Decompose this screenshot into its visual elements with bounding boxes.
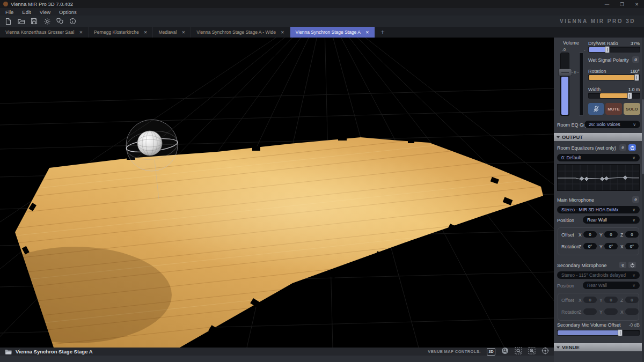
- dry-wet-fill: [589, 47, 607, 52]
- power-icon: [630, 145, 635, 150]
- offset-z-field[interactable]: 0: [625, 297, 639, 303]
- instrument-icon-button[interactable]: [588, 103, 604, 115]
- main-mic-edit-button[interactable]: e: [632, 196, 639, 203]
- dry-wet-slider[interactable]: [588, 47, 640, 53]
- dry-wet-handle[interactable]: [605, 46, 610, 53]
- dry-wet-value: 37%: [618, 41, 640, 46]
- axis-label: Y: [599, 309, 603, 315]
- width-handle[interactable]: [627, 92, 632, 99]
- close-icon[interactable]: ✕: [635, 2, 639, 7]
- main-mic-position-value: Rear Wall: [587, 217, 607, 223]
- room-eq-grp-dropdown[interactable]: 26: Solo Voices ∨: [584, 121, 640, 128]
- tab-close-icon[interactable]: ✕: [365, 30, 369, 35]
- chevron-down-icon: ∨: [632, 208, 635, 212]
- instrument-panel: Volume -0 - - 0 - Dry/Wet Ratio 37% Wet …: [554, 38, 644, 362]
- minimize-icon[interactable]: —: [605, 2, 610, 7]
- rotation-slider[interactable]: [588, 75, 640, 80]
- venue-section-header[interactable]: VENUE: [554, 343, 644, 351]
- width-fill: [600, 93, 630, 98]
- menu-edit[interactable]: Edit: [22, 9, 31, 15]
- tab-close-icon[interactable]: ✕: [281, 30, 284, 35]
- add-tab-button[interactable]: +: [375, 27, 391, 38]
- stage-floor[interactable]: [0, 108, 554, 348]
- rotation-x-field[interactable]: 0°: [625, 243, 639, 249]
- rotation-handle[interactable]: [634, 74, 639, 81]
- secondary-mic-position-dropdown[interactable]: Rear Wall ∨: [583, 282, 640, 289]
- secondary-mic-mix-value: Stereo - 115° Cardioids delayed: [561, 272, 626, 278]
- menu-view[interactable]: View: [40, 9, 50, 15]
- eq-graph[interactable]: [557, 164, 640, 191]
- new-project-icon[interactable]: [4, 17, 12, 25]
- main-mic-position-label: Position: [557, 218, 574, 223]
- status-bar: Vienna Synchron Stage Stage A VENUE MAP …: [0, 348, 554, 356]
- tab-close-icon[interactable]: ✕: [181, 30, 185, 35]
- tab-synchron-stage-active[interactable]: Vienna Synchron Stage Stage A ✕: [290, 27, 375, 38]
- compass-icon[interactable]: [541, 347, 549, 357]
- solo-button[interactable]: SOLO: [624, 103, 640, 115]
- main-mic-position-dropdown[interactable]: Rear Wall ∨: [583, 216, 640, 224]
- view-3d-toggle-button[interactable]: 3D: [487, 348, 495, 356]
- masks-icon[interactable]: [56, 17, 64, 25]
- menu-options[interactable]: Options: [59, 9, 77, 15]
- settings-gear-icon[interactable]: [43, 17, 51, 25]
- rotation-z-field[interactable]: [583, 308, 597, 315]
- info-icon[interactable]: [69, 17, 77, 25]
- maximize-icon[interactable]: ❐: [620, 2, 624, 7]
- tab-close-icon[interactable]: ✕: [144, 30, 148, 35]
- zoom-reset-icon[interactable]: [501, 347, 509, 357]
- eq-edit-button[interactable]: e: [619, 144, 626, 151]
- secondary-mic-edit-button[interactable]: e: [619, 262, 626, 268]
- offset-x-field[interactable]: 0: [583, 297, 597, 303]
- panel-scrollbar[interactable]: [642, 38, 644, 362]
- dry-wet-label: Dry/Wet Ratio: [588, 41, 618, 46]
- secondary-mic-volume-slider[interactable]: [557, 330, 640, 336]
- tab-pernegg-klosterkirche[interactable]: Pernegg Klosterkirche ✕: [89, 27, 153, 38]
- folder-icon[interactable]: [5, 347, 12, 357]
- eq-power-button[interactable]: [628, 144, 636, 151]
- rotation-y-field[interactable]: [604, 308, 618, 315]
- tab-label: Pernegg Klosterkirche: [94, 29, 139, 35]
- menu-file[interactable]: File: [5, 9, 13, 15]
- eq-preset-dropdown[interactable]: 0: Default ∨: [557, 154, 640, 161]
- output-header-label: OUTPUT: [562, 134, 583, 140]
- save-icon[interactable]: [30, 17, 38, 25]
- panel-scrollbar-thumb[interactable]: [642, 99, 644, 174]
- tab-vienna-konzerthaus[interactable]: Vienna Konzerthaus Grosser Saal ✕: [0, 27, 89, 38]
- width-slider[interactable]: [588, 93, 640, 99]
- rotation-fill: [589, 75, 635, 80]
- tab-mediaval[interactable]: Mediaval ✕: [153, 27, 191, 38]
- secondary-mic-power-button[interactable]: [628, 262, 636, 268]
- eq-preset-value: 0: Default: [561, 155, 581, 160]
- secondary-mic-volume-handle[interactable]: [618, 329, 623, 336]
- axis-label: Z: [579, 244, 581, 249]
- volume-slider[interactable]: [560, 53, 569, 116]
- microphone-icon: [592, 105, 600, 113]
- output-section-header[interactable]: OUTPUT: [554, 133, 644, 141]
- axis-label: Y: [599, 244, 603, 249]
- offset-y-field[interactable]: 0: [604, 297, 618, 303]
- secondary-mic-mix-dropdown[interactable]: Stereo - 115° Cardioids delayed ∨: [557, 271, 640, 279]
- secondary-mic-volume-offset-label: Secondary Mic Volume Offset: [557, 322, 620, 328]
- volume-slider-handle[interactable]: [558, 69, 572, 76]
- open-project-icon[interactable]: [17, 17, 25, 25]
- main-mic-label: Main Microphone: [557, 197, 594, 203]
- rotation-x-field[interactable]: [625, 308, 639, 315]
- main-mic-mix-dropdown[interactable]: Stereo - MIR 3D HOA DnMx ∨: [557, 206, 640, 213]
- mute-button[interactable]: MUTE: [605, 103, 622, 115]
- tab-synchron-stage-wide[interactable]: Vienna Synchron Stage Stage A - Wide ✕: [191, 27, 290, 38]
- axis-label: Z: [620, 298, 623, 303]
- title-bar: Vienna MIR Pro 3D 7.0.402 — ❐ ✕: [0, 0, 644, 8]
- offset-y-field[interactable]: 0: [604, 231, 618, 238]
- offset-label: Offset: [561, 298, 574, 303]
- tab-close-icon[interactable]: ✕: [79, 30, 83, 35]
- polarity-button[interactable]: ø: [632, 56, 639, 63]
- rotation-z-field[interactable]: 0°: [583, 243, 597, 249]
- tab-label: Vienna Konzerthaus Grosser Saal: [5, 29, 74, 35]
- zoom-all-icon[interactable]: [528, 347, 536, 357]
- brand-logo: VIENNA MIR PRO 3D: [560, 18, 640, 24]
- offset-z-field[interactable]: 0: [625, 231, 639, 238]
- offset-x-field[interactable]: 0: [583, 231, 597, 238]
- venue-map-viewport[interactable]: [0, 38, 554, 348]
- rotation-y-field[interactable]: 0°: [604, 243, 618, 249]
- zoom-selection-icon[interactable]: [515, 347, 522, 357]
